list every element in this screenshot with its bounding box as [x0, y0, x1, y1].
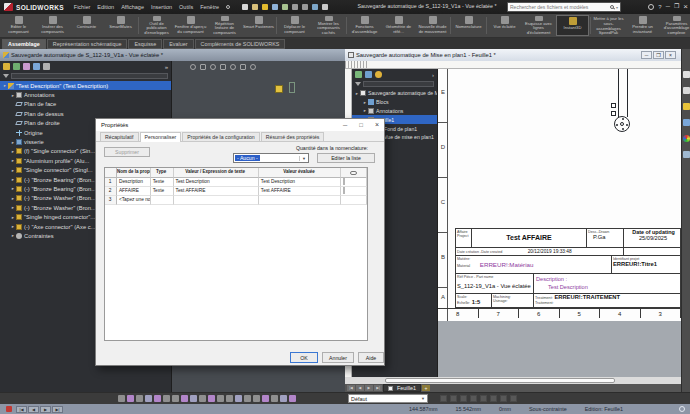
property-row-description[interactable]: 1DescriptionTexteTest DescriptionTest De…	[105, 178, 367, 187]
view-palette-icon[interactable]	[683, 119, 690, 126]
tab-repr-sentation-sch-matique[interactable]: Représentation schématique	[47, 39, 128, 49]
new-file-icon[interactable]	[242, 4, 248, 10]
tab-compl-ments-de-solidworks[interactable]: Compléments de SOLIDWORKS	[195, 39, 286, 49]
tree-item-test-description-test-description[interactable]: ▸"Test Description" (Test Description)	[0, 81, 171, 90]
previous-sheet-button[interactable]: ◀	[356, 385, 364, 391]
ribbon-button-prendre-un-instantan[interactable]: Prendre un instantané	[626, 15, 659, 36]
next-sheet-button[interactable]: ▶	[365, 385, 373, 391]
print-icon[interactable]	[272, 4, 278, 10]
file-explorer-icon[interactable]	[683, 103, 690, 110]
appearances-icon[interactable]	[683, 135, 690, 142]
property-name-cell[interactable]: Description	[117, 178, 151, 187]
assembly-window-titlebar[interactable]: Sauvegarde automatique de S_112-19_V1a -…	[0, 49, 345, 61]
web-help-icon[interactable]	[679, 406, 685, 412]
convert-entities-icon[interactable]	[271, 395, 278, 402]
menu-fichier[interactable]: Fichier	[74, 4, 91, 10]
drawing-restore-button[interactable]: ❐	[653, 51, 664, 59]
ribbon-button-nouvelle-tude-de-mouvement[interactable]: Nouvelle étude de mouvement	[416, 15, 449, 36]
circle-tool-icon[interactable]	[145, 395, 152, 402]
exploded-component-icon[interactable]	[275, 85, 283, 93]
go-to-start-button[interactable]: |◀	[16, 406, 27, 413]
drawing-horizontal-scrollbar[interactable]	[345, 377, 690, 384]
line-tool-icon[interactable]	[127, 395, 134, 402]
filter-funnel-icon[interactable]	[3, 74, 9, 78]
menu-outils[interactable]: Outils	[179, 4, 193, 10]
rebuild-icon[interactable]	[312, 4, 318, 10]
property-evaluated-cell[interactable]	[259, 196, 341, 205]
ribbon-button-g-om-trie-de-r-f[interactable]: Géométrie de réfé...	[382, 15, 415, 36]
pin-menu-icon[interactable]	[226, 5, 230, 9]
ribbon-button-nomenclature[interactable]: Nomenclature	[452, 15, 485, 36]
dialog-close-button[interactable]: ×	[375, 120, 379, 130]
trim-entities-icon[interactable]	[262, 395, 269, 402]
ribbon-button-r-p-tition-lin-aire-de-composants[interactable]: Répétition linéaire de composants	[208, 15, 241, 36]
ribbon-button-mettre-jour-les-sous-assemblages-speedpa[interactable]: Mettre à jour les sous-assemblages Speed…	[592, 15, 625, 36]
ribbon-button-contrainte[interactable]: Contrainte	[70, 15, 103, 36]
property-evaluated-cell[interactable]: Test Description	[259, 178, 341, 187]
ribbon-button-vue-clat-e[interactable]: Vue éclatée	[488, 15, 521, 36]
sheet-format-icon[interactable]	[355, 71, 362, 78]
editer-la-liste-button[interactable]: Editer la liste	[317, 153, 375, 163]
property-expression-cell[interactable]: Test AFFAIRE	[174, 187, 259, 196]
configurationmanager-icon[interactable]	[23, 63, 30, 70]
ribbon-button-fen-tre-d-aper-u-du-composant[interactable]: Fenêtre d'aperçu du composant	[174, 15, 207, 36]
go-to-end-button[interactable]: ▶|	[52, 406, 63, 413]
undo-icon[interactable]	[292, 4, 298, 10]
offset-entities-icon[interactable]	[253, 395, 260, 402]
arc-tool-icon[interactable]	[154, 395, 161, 402]
ribbon-button-d-placer-le-composant[interactable]: Déplacer le composant	[278, 15, 311, 36]
mirror-entities-icon[interactable]	[226, 395, 233, 402]
drawing-graphics-area[interactable]: EDCBA Affaire Project Test AFFAIRE	[438, 69, 681, 377]
drawing-minimize-button[interactable]: ─	[641, 51, 652, 59]
tree-item-annotations[interactable]: ▸Annotations	[352, 107, 437, 116]
dimxpertmanager-icon[interactable]	[33, 63, 40, 70]
tree-item-annotations[interactable]: ▸Annotations	[0, 90, 171, 99]
ribbon-button-esquisse-avec-lignes-d-clatement[interactable]: Esquisse avec lignes d'éclatement	[522, 15, 555, 36]
text-tool-icon[interactable]	[208, 395, 215, 402]
show-component-icon[interactable]	[450, 395, 457, 402]
aide-button[interactable]: Aide	[358, 352, 384, 363]
tab-evaluer[interactable]: Evaluer	[163, 39, 193, 49]
search-input[interactable]: Rechercher des fichiers et modèles ▾	[507, 2, 621, 12]
propertymanager-icon[interactable]	[13, 63, 20, 70]
hide-show-items-icon[interactable]	[250, 64, 256, 70]
menu-fen-tre[interactable]: Fenêtre	[200, 4, 219, 10]
ribbon-button-smart-fasteners[interactable]: Smart Fasteners	[242, 15, 275, 36]
search-dropdown-caret-icon[interactable]: ▾	[616, 5, 618, 10]
zoom-area-icon[interactable]	[200, 64, 206, 70]
dialog-tab-propri-t-s-de-la-configuration[interactable]: Propriétés de la configuration	[182, 132, 259, 141]
link-checkbox[interactable]	[343, 178, 345, 185]
solidworks-resources-icon[interactable]	[683, 71, 690, 78]
isolate-icon[interactable]	[470, 395, 477, 402]
previous-view-icon[interactable]	[210, 64, 216, 70]
dialog-maximize-button[interactable]: □	[359, 120, 363, 130]
fix-component-icon[interactable]	[490, 395, 497, 402]
copy-icon[interactable]	[282, 4, 288, 10]
spline-tool-icon[interactable]	[172, 395, 179, 402]
tree-item-blocs[interactable]: ▸Blocs	[352, 98, 437, 107]
help-icon[interactable]: ?	[658, 4, 661, 10]
property-evaluated-cell[interactable]: Test AFFAIRE	[259, 187, 341, 196]
search-icon[interactable]	[610, 5, 614, 9]
link-checkbox[interactable]	[343, 187, 345, 194]
play-button[interactable]: ▶	[40, 406, 51, 413]
annotation-favorites-icon[interactable]	[375, 71, 382, 78]
dialog-tab-r-sum-des-propri-t-s[interactable]: Résumé des propriétés	[261, 132, 325, 141]
sketch-chamfer-icon[interactable]	[199, 395, 206, 402]
expand-panel-icon[interactable]: ›	[432, 72, 434, 78]
ribbon-button-editer-le-composant[interactable]: Editer le composant	[2, 15, 35, 36]
annuler-button[interactable]: Annuler	[322, 352, 354, 363]
drawing-sheet[interactable]: EDCBA Affaire Project Test AFFAIRE	[438, 69, 681, 321]
tree-item-plan-de-face[interactable]: Plan de face	[0, 100, 171, 109]
ok-button[interactable]: OK	[290, 352, 318, 363]
corner-rectangle-icon[interactable]	[136, 395, 143, 402]
display-relations-icon[interactable]	[280, 395, 287, 402]
property-expression-cell[interactable]	[174, 196, 259, 205]
property-type-cell[interactable]: Texte	[151, 187, 174, 196]
ribbon-button-instant3d[interactable]: Instant3D	[556, 15, 589, 36]
property-expression-cell[interactable]: Test Description	[174, 178, 259, 187]
sheet-tab-feuille1[interactable]: Feuille1	[383, 384, 421, 392]
dialog-tab-personnaliser[interactable]: Personnaliser	[140, 132, 182, 142]
tab-assemblage[interactable]: Assemblage	[2, 39, 46, 49]
property-name-cell[interactable]: <Tapez une nouvelle pro	[117, 196, 151, 205]
